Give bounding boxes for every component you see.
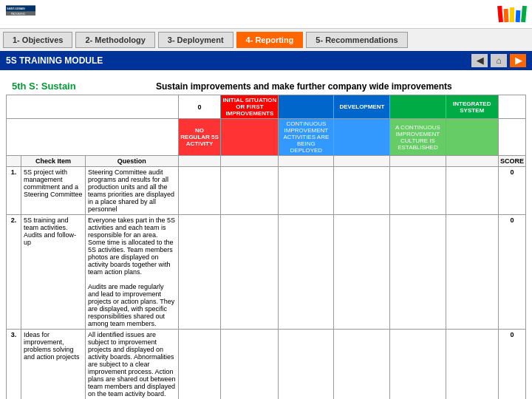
sub-1: CONTINUOUS IMPROVEMENT ACTIVITIES ARE BE… (279, 119, 334, 156)
row-3-1a (279, 330, 334, 400)
tab-recommendations[interactable]: 5- Recommendations (306, 32, 407, 48)
score-col-final-header (498, 95, 525, 119)
row-1-question: Steering Committee audit programs and re… (85, 167, 178, 215)
nav-tabs: 1- Objectives 2- Methodology 3- Deployme… (0, 29, 532, 51)
col-2b (446, 156, 498, 167)
sub-0b (221, 119, 279, 156)
empty-sub (7, 119, 179, 156)
tab-reporting[interactable]: 4- Reporting (236, 32, 304, 48)
score-level-1: DEVELOPMENT (334, 95, 390, 119)
col-question: Question (85, 156, 178, 167)
row-2-1b (334, 215, 390, 330)
row-1-2a (390, 167, 446, 215)
empty-header (7, 95, 179, 119)
row-1-0b (221, 167, 279, 215)
row-2-2a (390, 215, 446, 330)
col-2a (390, 156, 446, 167)
row-1-1a (279, 167, 334, 215)
logo-area: SAINT-GOBAIN PACKAGING (6, 3, 35, 25)
sub-2b (446, 119, 498, 156)
col-1a (279, 156, 334, 167)
col-num (7, 156, 21, 167)
row-3-checkitem: Ideas for improvement, problems solving … (21, 330, 86, 400)
main-table-wrap: 0 INITIAL SITUATION OR FIRST IMPROVEMENT… (0, 95, 532, 399)
module-header: 5S TRAINING MODULE ◀ ⌂ ▶ (0, 51, 532, 70)
row-3-0a (178, 330, 221, 400)
prev-arrow[interactable]: ◀ (471, 54, 488, 67)
row-3-score: 0 (498, 330, 525, 400)
app-container: SAINT-GOBAIN PACKAGING 1- Objectives 2- … (0, 0, 532, 399)
main-table: 0 INITIAL SITUATION OR FIRST IMPROVEMENT… (6, 95, 526, 399)
home-button[interactable]: ⌂ (491, 54, 507, 67)
table-row: 1. 5S project with management commitment… (7, 167, 526, 215)
company-logo: SAINT-GOBAIN PACKAGING (6, 3, 35, 25)
svg-text:SAINT-GOBAIN: SAINT-GOBAIN (7, 7, 25, 10)
col-0b (221, 156, 279, 167)
header: SAINT-GOBAIN PACKAGING (0, 0, 532, 29)
row-1-2b (446, 167, 498, 215)
col-1b (334, 156, 390, 167)
row-1-num: 1. (7, 167, 21, 215)
row-2-0b (221, 215, 279, 330)
col-0a (178, 156, 221, 167)
tab-objectives[interactable]: 1- Objectives (3, 32, 72, 48)
row-1-1b (334, 167, 390, 215)
row-2-score: 0 (498, 215, 525, 330)
table-row: 3. Ideas for improvement, problems solvi… (7, 330, 526, 400)
row-3-question: All identified issues are subject to imp… (85, 330, 178, 400)
col-checkitem: Check Item (21, 156, 86, 167)
score-level-0: INITIAL SITUATION OR FIRST IMPROVEMENTS (221, 95, 279, 119)
svg-text:PACKAGING: PACKAGING (11, 13, 26, 16)
row-1-checkitem: 5S project with management commitment an… (21, 167, 86, 215)
tab-deployment[interactable]: 3- Deployment (158, 32, 233, 48)
score-1-header (279, 95, 334, 119)
row-3-2b (446, 330, 498, 400)
module-title: 5S TRAINING MODULE (6, 55, 103, 66)
score-number-row: 0 INITIAL SITUATION OR FIRST IMPROVEMENT… (7, 95, 526, 119)
sub-2: A CONTINUOUS IMPROVEMENT CULTURE IS ESTA… (390, 119, 446, 156)
row-2-0a (178, 215, 221, 330)
row-2-2b (446, 215, 498, 330)
row-3-1b (334, 330, 390, 400)
sub-0: NO REGULAR 5S ACTIVITY (178, 119, 221, 156)
sub-score (498, 119, 525, 156)
table-row: 2. 5S training and team activities. Audi… (7, 215, 526, 330)
score-level-2: INTEGRATED SYSTEM (446, 95, 498, 119)
row-3-num: 3. (7, 330, 21, 400)
col-header-row: Check Item Question SCORE (7, 156, 526, 167)
row-3-0b (221, 330, 279, 400)
section-subtitle: Sustain improvements and make further co… (82, 81, 526, 92)
sub-header-row: NO REGULAR 5S ACTIVITY CONTINUOUS IMPROV… (7, 119, 526, 156)
next-arrow[interactable]: ▶ (510, 54, 526, 67)
row-2-num: 2. (7, 215, 21, 330)
row-2-checkitem: 5S training and team activities. Audits … (21, 215, 86, 330)
score-2-header (390, 95, 446, 119)
row-2-1a (279, 215, 334, 330)
row-2-question: Everyone takes part in the 5S activities… (85, 215, 178, 330)
sub-1b (334, 119, 390, 156)
row-1-score: 0 (498, 167, 525, 215)
col-score: SCORE (498, 156, 525, 167)
section-title: 5th S: Sustain (6, 75, 82, 93)
header-icons (498, 6, 526, 22)
row-3-2a (390, 330, 446, 400)
row-1-0a (178, 167, 221, 215)
nav-arrows: ◀ ⌂ ▶ (471, 54, 526, 67)
tab-methodology[interactable]: 2- Methodology (75, 32, 154, 48)
score-0-header: 0 (178, 95, 221, 119)
